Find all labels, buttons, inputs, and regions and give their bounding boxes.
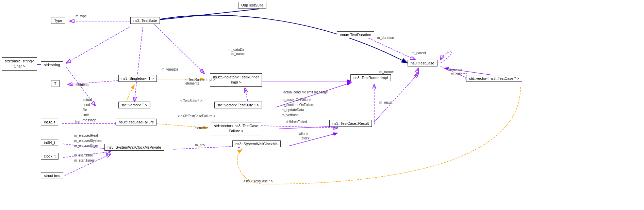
node-stdvector-ns3-testcase-ptr-label: std::vector< ns3::TestCase * > — [469, 76, 519, 80]
arrows-svg — [0, 0, 644, 210]
label-mtempdir: m_tempDir — [162, 68, 178, 71]
label-starttime: m_startTimem_startTimes — [74, 153, 95, 163]
node-ns3-testcasefailure-label: ns3::TestCaseFailure — [119, 120, 154, 124]
label-mrunner: m_runner — [379, 70, 394, 74]
node-stdvector-t: std::vector< T > — [118, 102, 150, 108]
label-assert-on-failure: m_assertOnFailurem_continueOnFailurem_up… — [282, 97, 314, 118]
node-enum-testduration: enum TestDuration — [337, 31, 374, 38]
label-mchildren: m_children — [451, 72, 467, 76]
label-testcase-ptr: < ns3::TestCase * > — [243, 179, 273, 183]
node-int64t-label: int64_t — [44, 140, 55, 145]
node-stdvector-ns3-testcase-ptr: std::vector< ns3::TestCase * > — [466, 75, 522, 82]
label-clock: clock — [302, 136, 310, 140]
node-stdstring: std::string — [41, 61, 63, 68]
node-clockt-label: clock_t — [44, 154, 55, 158]
label-mname: m_name — [231, 52, 245, 56]
svg-line-19 — [252, 125, 338, 128]
node-T: T — [51, 80, 60, 87]
node-int32t-label: int32_t — [44, 120, 55, 124]
node-ns3-testcase-result-label: ns3::TestCase::Result — [332, 121, 369, 125]
node-ns3-testrunnerimpl: ns3::TestRunnerImpl — [350, 74, 391, 81]
label-mduration: m_duration — [377, 36, 394, 40]
svg-line-13 — [415, 68, 418, 77]
node-std-basic-string-label: std::basic_string< Char > — [5, 59, 34, 68]
node-clockt: clock_t — [41, 153, 59, 160]
node-type: Type — [51, 17, 65, 24]
label-mparent: m_parent — [412, 51, 426, 55]
label-testsuite-ptr: < TestSuite * > — [180, 99, 202, 103]
node-ns3testcase-label: ns3::TestCase — [411, 61, 434, 65]
node-int32t: int32_t — [41, 119, 58, 125]
label-msuites: actual cond file limit message — [283, 90, 328, 94]
node-std-basic-string: std::basic_string< Char > — [2, 57, 37, 71]
node-ns3testsuite-label: ns3::TestSuite — [133, 18, 157, 22]
node-int64t: int64_t — [41, 139, 58, 146]
label-mresult: m_result — [379, 101, 392, 104]
node-ns3-testcasefailure: ns3::TestCaseFailure — [116, 119, 157, 125]
node-ns3-systemwallclockmsprivate: ns3::SystemWallClockMsPrivate — [104, 144, 164, 151]
node-structtms: struct tms — [41, 172, 63, 179]
node-ns3-singleton-testrunnerimpl: ns3::Singleton< TestRunnerImpl > — [210, 73, 262, 87]
node-ns3-systemwallclockms-label: ns3::SystemWallClockMs — [235, 142, 278, 146]
node-enum-testduration-label: enum TestDuration — [340, 33, 371, 37]
label-elapsed: m_elapsedRealm_elapsedSystemm_elapsedUse… — [74, 133, 102, 148]
svg-line-7 — [366, 37, 415, 60]
label-testcasefailure: < ns3::TestCaseFailure > — [178, 114, 215, 118]
label-mdatadir: m_dataDir — [229, 48, 244, 51]
label-mpriv: m_priv — [195, 143, 205, 147]
node-type-label: Type — [54, 18, 62, 22]
label-failure: failure — [298, 132, 308, 136]
node-stdstring-label: std::string — [44, 63, 60, 67]
label-line: line — [75, 120, 80, 124]
node-ns3-testrunnerimpl-label: ns3::TestRunnerImpl — [353, 76, 388, 80]
label-testrunnerimpl-elements: < TestRunnerImpl > elements — [185, 78, 215, 85]
node-stdvector-t-label: std::vector< T > — [121, 103, 147, 107]
svg-line-30 — [134, 27, 143, 102]
node-ns3testsuite: ns3::TestSuite — [130, 17, 160, 24]
svg-line-9 — [66, 27, 130, 63]
node-ns3-singleton-t-label: ns3::Singleton< T > — [121, 76, 154, 80]
svg-line-25 — [174, 146, 242, 149]
node-ns3-singleton-t: ns3::Singleton< T > — [118, 75, 157, 82]
node-ns3-systemwallclockms: ns3::SystemWallClockMs — [232, 140, 281, 147]
node-ns3-testcase-result: ns3::TestCase::Result — [329, 120, 372, 127]
svg-line-5 — [153, 9, 259, 20]
label-mtype: m_type — [76, 14, 87, 18]
node-T-label: T — [54, 81, 56, 86]
node-ns3-systemwallclockmsprivate-label: ns3::SystemWallClockMsPrivate — [108, 145, 161, 149]
node-ns3testcase: ns3::TestCase — [408, 60, 437, 66]
node-structtms-label: struct tms — [44, 174, 60, 178]
svg-line-26 — [289, 133, 338, 146]
node-udptestsuite: UdpTestSuite — [238, 2, 266, 9]
label-elements3: elements — [195, 126, 209, 130]
node-stdvector-testsuite: std::vector< TestSuite * > — [214, 102, 262, 108]
node-stdvector-testcasefailure: std::vector< ns3::TestCaseFailure > — [211, 122, 261, 135]
label-childrenfailed: childrenFailed — [286, 120, 307, 124]
diagram-container: UdpTestSuite ns3::TestSuite Type ns3::Te… — [0, 0, 644, 210]
node-udptestsuite-label: UdpTestSuite — [241, 3, 263, 7]
label-actual-cond: actualcondfilelimitmessage — [83, 97, 97, 123]
node-stdvector-testsuite-label: std::vector< TestSuite * > — [217, 103, 259, 107]
label-elements2: elements — [76, 83, 89, 87]
svg-line-31 — [153, 23, 204, 73]
node-ns3-singleton-testrunnerimpl-label: ns3::Singleton< TestRunnerImpl > — [213, 75, 259, 84]
node-stdvector-testcasefailure-label: std::vector< ns3::TestCaseFailure > — [214, 124, 258, 133]
label-elements: elements — [448, 68, 462, 72]
